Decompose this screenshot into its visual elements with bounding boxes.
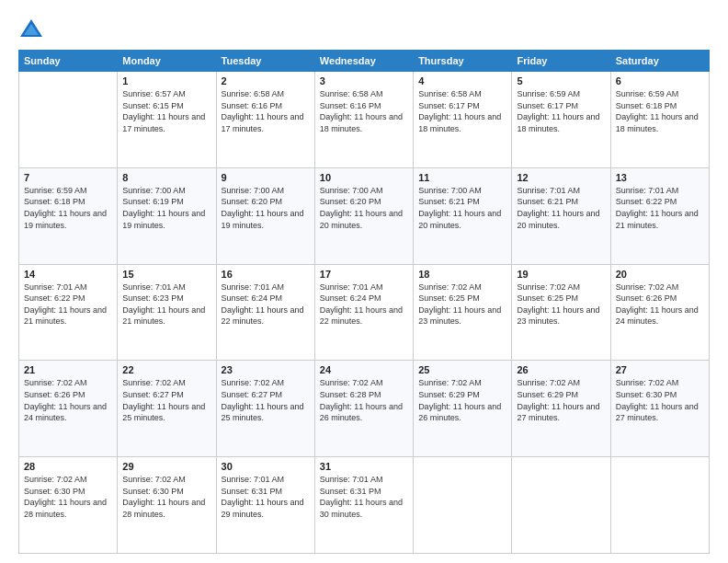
day-info: Sunrise: 7:00 AMSunset: 6:20 PMDaylight:… (222, 186, 304, 230)
calendar-cell: 14 Sunrise: 7:01 AMSunset: 6:22 PMDaylig… (19, 264, 118, 361)
day-number: 27 (616, 364, 704, 375)
day-number: 19 (517, 269, 605, 280)
day-info: Sunrise: 7:02 AMSunset: 6:27 PMDaylight:… (122, 378, 205, 422)
day-number: 28 (24, 461, 112, 472)
calendar-cell: 19 Sunrise: 7:02 AMSunset: 6:25 PMDaylig… (512, 264, 610, 361)
calendar-cell: 26 Sunrise: 7:02 AMSunset: 6:29 PMDaylig… (512, 361, 610, 457)
day-info: Sunrise: 7:02 AMSunset: 6:26 PMDaylight:… (616, 282, 699, 327)
day-number: 13 (616, 172, 704, 183)
calendar-cell: 27 Sunrise: 7:02 AMSunset: 6:30 PMDaylig… (610, 361, 709, 457)
day-number: 15 (122, 269, 210, 280)
day-number: 11 (418, 172, 506, 183)
calendar-cell: 13 Sunrise: 7:01 AMSunset: 6:22 PMDaylig… (610, 167, 709, 264)
logo (18, 17, 48, 42)
calendar-cell (512, 457, 610, 554)
calendar-cell: 20 Sunrise: 7:02 AMSunset: 6:26 PMDaylig… (610, 264, 709, 361)
calendar-cell (610, 457, 709, 554)
calendar-cell: 1 Sunrise: 6:57 AMSunset: 6:15 PMDayligh… (118, 72, 216, 168)
weekday-header: Friday (512, 51, 610, 72)
weekday-header-row: SundayMondayTuesdayWednesdayThursdayFrid… (19, 51, 710, 72)
header (18, 17, 710, 42)
day-info: Sunrise: 7:00 AMSunset: 6:20 PMDaylight:… (320, 186, 403, 230)
day-info: Sunrise: 7:02 AMSunset: 6:30 PMDaylight:… (122, 475, 205, 519)
logo-icon (18, 17, 44, 42)
day-number: 12 (517, 172, 605, 183)
weekday-header: Sunday (19, 51, 118, 72)
calendar-cell: 22 Sunrise: 7:02 AMSunset: 6:27 PMDaylig… (118, 361, 216, 457)
calendar-week-row: 21 Sunrise: 7:02 AMSunset: 6:26 PMDaylig… (19, 361, 710, 457)
weekday-header: Monday (118, 51, 216, 72)
day-info: Sunrise: 7:01 AMSunset: 6:31 PMDaylight:… (320, 475, 403, 519)
day-info: Sunrise: 7:00 AMSunset: 6:21 PMDaylight:… (418, 186, 501, 230)
day-info: Sunrise: 6:57 AMSunset: 6:15 PMDaylight:… (122, 89, 205, 133)
day-info: Sunrise: 6:58 AMSunset: 6:17 PMDaylight:… (418, 89, 501, 133)
day-number: 5 (517, 75, 605, 86)
day-number: 24 (320, 364, 408, 375)
calendar-cell (414, 457, 512, 554)
calendar-cell: 4 Sunrise: 6:58 AMSunset: 6:17 PMDayligh… (414, 72, 512, 168)
calendar-cell: 29 Sunrise: 7:02 AMSunset: 6:30 PMDaylig… (118, 457, 216, 554)
day-info: Sunrise: 7:01 AMSunset: 6:22 PMDaylight:… (24, 282, 107, 327)
calendar-cell: 3 Sunrise: 6:58 AMSunset: 6:16 PMDayligh… (314, 72, 413, 168)
day-number: 14 (24, 269, 112, 280)
day-info: Sunrise: 6:59 AMSunset: 6:17 PMDaylight:… (517, 89, 599, 133)
day-number: 22 (122, 364, 210, 375)
calendar-cell: 28 Sunrise: 7:02 AMSunset: 6:30 PMDaylig… (19, 457, 118, 554)
day-number: 10 (320, 172, 408, 183)
calendar-cell: 9 Sunrise: 7:00 AMSunset: 6:20 PMDayligh… (216, 167, 314, 264)
calendar-cell: 11 Sunrise: 7:00 AMSunset: 6:21 PMDaylig… (414, 167, 512, 264)
day-number: 23 (222, 364, 310, 375)
calendar-cell: 18 Sunrise: 7:02 AMSunset: 6:25 PMDaylig… (414, 264, 512, 361)
day-info: Sunrise: 7:02 AMSunset: 6:27 PMDaylight:… (222, 378, 304, 422)
calendar-cell: 23 Sunrise: 7:02 AMSunset: 6:27 PMDaylig… (216, 361, 314, 457)
calendar-cell: 6 Sunrise: 6:59 AMSunset: 6:18 PMDayligh… (610, 72, 709, 168)
day-info: Sunrise: 7:02 AMSunset: 6:30 PMDaylight:… (616, 378, 699, 422)
day-number: 6 (616, 75, 704, 86)
calendar-cell: 31 Sunrise: 7:01 AMSunset: 6:31 PMDaylig… (314, 457, 413, 554)
day-number: 30 (222, 461, 310, 472)
calendar-cell: 24 Sunrise: 7:02 AMSunset: 6:28 PMDaylig… (314, 361, 413, 457)
day-info: Sunrise: 7:01 AMSunset: 6:21 PMDaylight:… (517, 186, 599, 230)
calendar-week-row: 14 Sunrise: 7:01 AMSunset: 6:22 PMDaylig… (19, 264, 710, 361)
calendar-cell: 16 Sunrise: 7:01 AMSunset: 6:24 PMDaylig… (216, 264, 314, 361)
calendar-cell: 8 Sunrise: 7:00 AMSunset: 6:19 PMDayligh… (118, 167, 216, 264)
calendar-cell: 25 Sunrise: 7:02 AMSunset: 6:29 PMDaylig… (414, 361, 512, 457)
calendar-cell: 30 Sunrise: 7:01 AMSunset: 6:31 PMDaylig… (216, 457, 314, 554)
day-info: Sunrise: 7:02 AMSunset: 6:29 PMDaylight:… (418, 378, 501, 422)
day-info: Sunrise: 7:00 AMSunset: 6:19 PMDaylight:… (122, 186, 205, 230)
calendar-table: SundayMondayTuesdayWednesdayThursdayFrid… (18, 50, 710, 554)
day-info: Sunrise: 7:01 AMSunset: 6:24 PMDaylight:… (320, 282, 403, 327)
day-info: Sunrise: 7:02 AMSunset: 6:26 PMDaylight:… (24, 378, 107, 422)
day-number: 29 (122, 461, 210, 472)
day-number: 4 (418, 75, 506, 86)
calendar-week-row: 1 Sunrise: 6:57 AMSunset: 6:15 PMDayligh… (19, 72, 710, 168)
day-info: Sunrise: 6:59 AMSunset: 6:18 PMDaylight:… (616, 89, 699, 133)
day-number: 18 (418, 269, 506, 280)
day-number: 20 (616, 269, 704, 280)
calendar-cell: 17 Sunrise: 7:01 AMSunset: 6:24 PMDaylig… (314, 264, 413, 361)
day-info: Sunrise: 7:02 AMSunset: 6:29 PMDaylight:… (517, 378, 599, 422)
day-info: Sunrise: 7:01 AMSunset: 6:23 PMDaylight:… (122, 282, 205, 327)
day-number: 16 (222, 269, 310, 280)
page: SundayMondayTuesdayWednesdayThursdayFrid… (0, 0, 728, 563)
weekday-header: Wednesday (314, 51, 413, 72)
day-info: Sunrise: 6:59 AMSunset: 6:18 PMDaylight:… (24, 186, 107, 230)
calendar-cell: 12 Sunrise: 7:01 AMSunset: 6:21 PMDaylig… (512, 167, 610, 264)
calendar-week-row: 28 Sunrise: 7:02 AMSunset: 6:30 PMDaylig… (19, 457, 710, 554)
calendar-cell: 21 Sunrise: 7:02 AMSunset: 6:26 PMDaylig… (19, 361, 118, 457)
day-info: Sunrise: 7:01 AMSunset: 6:24 PMDaylight:… (222, 282, 304, 327)
day-info: Sunrise: 7:02 AMSunset: 6:25 PMDaylight:… (517, 282, 599, 327)
day-info: Sunrise: 7:02 AMSunset: 6:28 PMDaylight:… (320, 378, 403, 422)
day-number: 31 (320, 461, 408, 472)
day-info: Sunrise: 7:02 AMSunset: 6:30 PMDaylight:… (24, 475, 107, 519)
day-info: Sunrise: 7:02 AMSunset: 6:25 PMDaylight:… (418, 282, 501, 327)
day-number: 7 (24, 172, 112, 183)
day-info: Sunrise: 7:01 AMSunset: 6:31 PMDaylight:… (222, 475, 304, 519)
weekday-header: Saturday (610, 51, 709, 72)
calendar-cell: 15 Sunrise: 7:01 AMSunset: 6:23 PMDaylig… (118, 264, 216, 361)
day-number: 2 (222, 75, 310, 86)
day-info: Sunrise: 7:01 AMSunset: 6:22 PMDaylight:… (616, 186, 699, 230)
day-number: 21 (24, 364, 112, 375)
calendar-cell (19, 72, 118, 168)
day-number: 8 (122, 172, 210, 183)
